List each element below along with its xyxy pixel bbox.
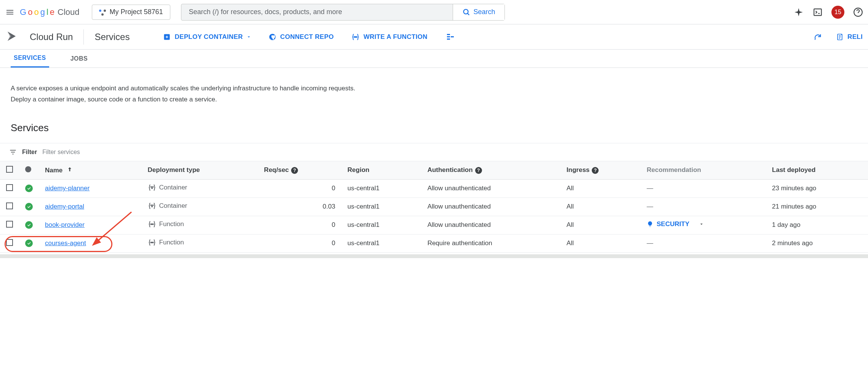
row-checkbox[interactable]	[6, 239, 13, 246]
svg-point-14	[152, 186, 153, 187]
plus-box-icon	[163, 33, 171, 41]
ingress: All	[561, 234, 641, 252]
sort-asc-icon	[67, 166, 73, 172]
service-link[interactable]: aidemy-portal	[45, 203, 84, 210]
intro-line-2: Deploy a container image, source code or…	[11, 94, 857, 105]
tab-services[interactable]: SERVICES	[11, 50, 49, 67]
last-deployed: 2 minutes ago	[766, 234, 868, 252]
req-sec: 0.03	[258, 198, 341, 216]
last-deployed: 23 minutes ago	[766, 179, 868, 198]
row-checkbox[interactable]	[6, 221, 13, 228]
search-icon	[462, 8, 471, 16]
svg-point-0	[463, 9, 468, 14]
project-picker[interactable]: My Project 58761	[92, 5, 170, 20]
last-deployed: 1 day ago	[766, 216, 868, 234]
authentication: Require authentication	[421, 234, 561, 252]
ingress: All	[561, 198, 641, 216]
region: us-central1	[341, 234, 421, 252]
page-title: Services	[94, 32, 130, 42]
svg-point-18	[151, 206, 152, 207]
cloud-shell-icon[interactable]	[812, 7, 823, 18]
search-button[interactable]: Search	[453, 4, 504, 20]
intro-line-1: A service exposes a unique endpoint and …	[11, 83, 857, 94]
col-deployment[interactable]: Deployment type	[142, 161, 258, 180]
filter-input[interactable]: Filter services	[42, 149, 80, 156]
status-column-icon	[25, 166, 31, 172]
cloud-run-icon	[5, 29, 19, 44]
svg-point-13	[151, 186, 151, 187]
last-deployed: 21 minutes ago	[766, 198, 868, 216]
col-region[interactable]: Region	[341, 161, 421, 180]
svg-rect-11	[447, 39, 450, 40]
tab-jobs[interactable]: JOBS	[67, 50, 91, 67]
search-input[interactable]	[181, 4, 453, 20]
req-sec: 0	[258, 216, 341, 234]
status-ok-icon	[25, 203, 33, 210]
table-row: aidemy-plannerContainer0us-central1Allow…	[0, 179, 868, 198]
svg-point-16	[151, 205, 151, 206]
col-auth[interactable]: Authentication?	[421, 161, 561, 180]
svg-rect-10	[451, 36, 454, 37]
project-name: My Project 58761	[110, 8, 163, 16]
col-name[interactable]: Name	[39, 161, 142, 180]
table-row: courses-agentFunction0us-central1Require…	[0, 234, 868, 252]
help-icon[interactable]	[853, 7, 863, 18]
col-recommendation[interactable]: Recommendation	[641, 161, 766, 180]
picker-icon	[99, 9, 106, 16]
write-function-button[interactable]: WRITE A FUNCTION	[351, 33, 428, 41]
col-last[interactable]: Last deployed	[766, 161, 868, 180]
region: us-central1	[341, 216, 421, 234]
help-icon[interactable]: ?	[475, 167, 482, 174]
notifications-badge[interactable]: 15	[831, 6, 844, 19]
table-row: aidemy-portalContainer0.03us-central1All…	[0, 198, 868, 216]
deploy-container-button[interactable]: DEPLOY CONTAINER	[163, 33, 251, 41]
services-table: Name Deployment type Req/sec? Region Aut…	[0, 161, 868, 253]
region: us-central1	[341, 198, 421, 216]
service-link[interactable]: courses-agent	[45, 239, 86, 247]
svg-point-24	[152, 242, 153, 243]
release-notes-button[interactable]: RELI	[836, 33, 863, 41]
bulb-icon	[647, 221, 653, 228]
select-all-checkbox[interactable]	[6, 166, 13, 173]
row-checkbox[interactable]	[6, 202, 13, 209]
region: us-central1	[341, 179, 421, 198]
col-ingress[interactable]: Ingress?	[561, 161, 641, 180]
svg-point-17	[152, 205, 153, 206]
refresh-button[interactable]	[812, 32, 823, 42]
ingress: All	[561, 216, 641, 234]
svg-point-15	[151, 188, 152, 189]
gemini-icon[interactable]	[793, 7, 804, 18]
nav-menu-button[interactable]	[5, 7, 15, 18]
table-row: book-providerFunction0us-central1Allow u…	[0, 216, 868, 234]
document-icon	[836, 33, 844, 41]
service-link[interactable]: book-provider	[45, 221, 85, 228]
svg-point-7	[356, 36, 357, 37]
github-icon	[269, 33, 276, 41]
svg-rect-8	[447, 34, 450, 35]
row-checkbox[interactable]	[6, 184, 13, 191]
filter-label: Filter	[22, 149, 37, 156]
status-ok-icon	[25, 185, 33, 192]
filter-icon	[9, 148, 17, 156]
ingress: All	[561, 179, 641, 198]
authentication: Allow unauthenticated	[421, 216, 561, 234]
deployment-type: Function	[148, 220, 184, 228]
chevron-down-icon	[699, 222, 704, 226]
brand-logo[interactable]: Google Cloud	[20, 7, 80, 17]
help-icon[interactable]: ?	[592, 167, 599, 174]
col-req[interactable]: Req/sec?	[258, 161, 341, 180]
manage-custom-domains-icon[interactable]	[445, 32, 456, 42]
search-bar: Search	[181, 4, 505, 21]
services-heading: Services	[0, 108, 868, 143]
deployment-type: Container	[148, 183, 187, 192]
status-ok-icon	[25, 239, 33, 247]
deployment-type: Container	[148, 202, 187, 210]
req-sec: 0	[258, 234, 341, 252]
help-icon[interactable]: ?	[291, 167, 298, 174]
svg-rect-9	[447, 36, 450, 37]
service-link[interactable]: aidemy-planner	[45, 185, 90, 192]
deployment-type: Function	[148, 238, 184, 247]
product-name: Cloud Run	[30, 32, 73, 42]
connect-repo-button[interactable]: CONNECT REPO	[269, 33, 334, 41]
recommendation-security[interactable]: SECURITY	[647, 220, 704, 228]
